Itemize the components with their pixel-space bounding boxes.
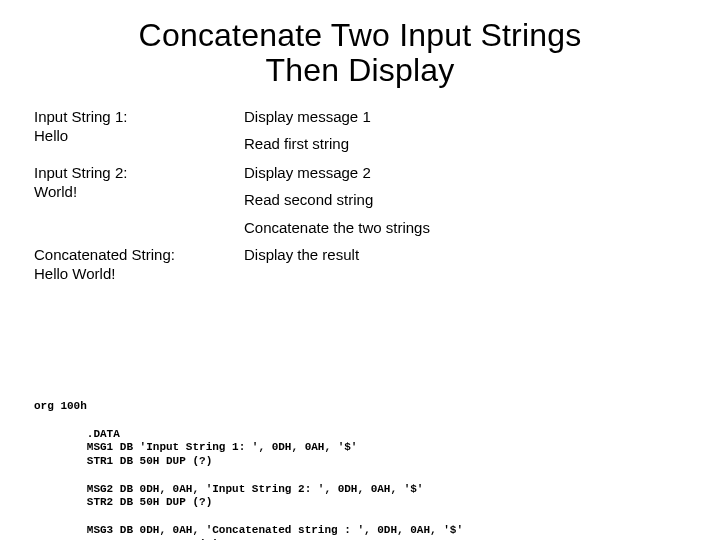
slide-title: Concatenate Two Input Strings Then Displ… [0,0,720,98]
step-display-msg2: Display message 2 [244,164,574,183]
input1-value: Hello [34,127,234,146]
concat-block: Concatenated String: Hello World! [34,246,234,284]
title-line-1: Concatenate Two Input Strings [139,17,582,53]
concat-value: Hello World! [34,265,234,284]
input2-value: World! [34,183,234,202]
concat-label: Concatenated String: [34,246,234,265]
slide: Concatenate Two Input Strings Then Displ… [0,0,720,540]
steps-block-3: Display the result [244,246,574,302]
content-grid: Input String 1: Hello Display message 1 … [0,98,720,301]
empty-left [34,219,234,246]
steps-block-2: Display message 2 Read second string [244,164,574,220]
input1-label: Input String 1: [34,108,234,127]
steps-block-1: Display message 1 Read first string [244,108,574,164]
input1-block: Input String 1: Hello [34,108,234,146]
input2-block: Input String 2: World! [34,164,234,202]
step-read-first: Read first string [244,135,574,154]
step-display-msg1: Display message 1 [244,108,574,127]
step-display-result: Display the result [244,246,574,265]
input2-label: Input String 2: [34,164,234,183]
step-read-second: Read second string [244,191,574,210]
title-line-2: Then Display [265,52,454,88]
assembly-code-block: org 100h .DATA MSG1 DB 'Input String 1: … [34,400,463,540]
step-concat: Concatenate the two strings [244,219,574,238]
